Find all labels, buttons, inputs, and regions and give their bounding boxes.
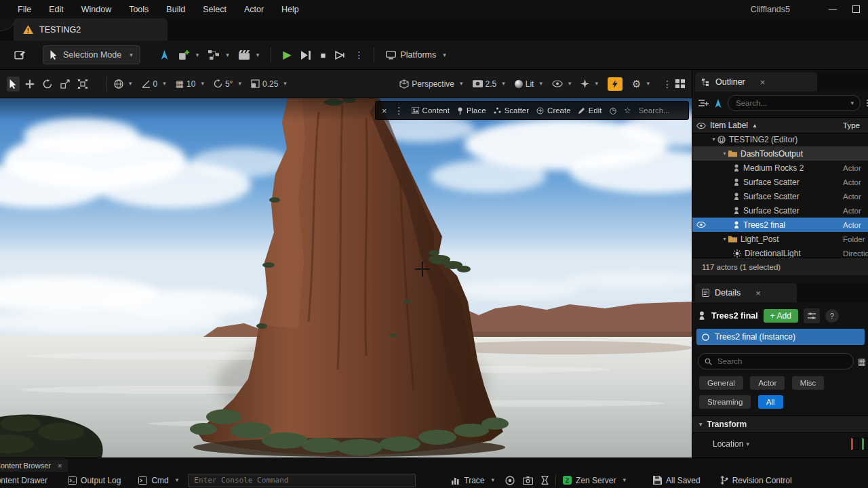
viewport-3d-scene[interactable] [0,98,692,458]
show-flags-dropdown[interactable]: ▾ [552,80,572,87]
minimize-button[interactable]: — [821,5,844,14]
filter-general[interactable]: General [699,376,743,390]
outliner-row-actor[interactable]: Surface Scatter Actor [692,203,868,218]
realtime-toggle[interactable] [608,77,623,91]
maximize-button[interactable] [852,5,860,13]
overlay-dots[interactable]: ⋮ [395,106,404,115]
menu-edit[interactable]: Edit [49,5,64,14]
overlay-scatter-button[interactable]: Scatter [494,106,529,115]
play-button[interactable]: ▶ [278,46,296,64]
stop-button[interactable]: ■ [316,47,331,63]
camera-speed-control[interactable]: 2.5 ▾ [473,79,505,89]
outliner-row-folder[interactable]: ▾ Light_Post Folder [692,232,868,246]
launch-button[interactable] [330,47,351,63]
transform-section-header[interactable]: ▾ Transform [692,415,868,433]
close-icon[interactable]: × [58,462,62,470]
nodes-button[interactable]: ▾ [203,47,234,63]
cmd-dropdown[interactable]: Cmd ▾ [138,476,178,485]
menu-help[interactable]: Help [281,5,299,14]
close-icon[interactable]: × [760,77,766,87]
pivot-tool[interactable] [75,77,90,92]
package-edit-icon[interactable] [9,46,31,64]
rotation-snap-toggle[interactable]: 5° ▾ [214,79,241,89]
overlay-place-button[interactable]: Place [457,106,486,115]
details-search-input[interactable] [716,357,847,366]
select-tool[interactable] [7,77,20,92]
play-options-dots[interactable]: ⋮ [351,50,367,60]
menu-tools[interactable]: Tools [129,5,149,14]
details-search[interactable] [698,353,854,369]
menu-window[interactable]: Window [81,5,111,14]
add-component-button[interactable]: + Add [764,309,798,323]
console-command-input[interactable] [188,474,416,487]
content-drawer-button[interactable]: Content Drawer [0,476,47,485]
help-button[interactable]: ? [825,309,839,323]
revision-control-button[interactable]: Revision Control [721,476,792,485]
quad-view-toggle[interactable] [675,79,685,88]
blueprints-button[interactable] [155,47,174,63]
column-type-label[interactable]: Type [843,121,860,129]
tab-level-testing2[interactable]: TESTING2 [14,18,167,41]
menu-select[interactable]: Select [203,5,226,14]
expander-icon[interactable]: ▾ [710,136,717,142]
outliner-row-actor[interactable]: Surface Scatter Actor [692,189,868,203]
overlay-content-button[interactable]: Content [412,106,450,115]
eye-icon[interactable] [692,222,710,228]
location-dropdown[interactable]: ▾ [746,441,749,447]
tab-outliner[interactable]: Outliner × [695,73,817,92]
screenshot-button[interactable] [523,476,533,485]
filter-actor[interactable]: Actor [750,376,785,390]
filter-all[interactable]: All [758,395,783,409]
history-clock-icon[interactable]: ◷ [609,106,616,115]
outliner-type-icon[interactable] [714,99,722,108]
cinematics-button[interactable]: ▾ [234,47,264,63]
coordinate-space-toggle[interactable]: ▾ [114,79,132,89]
instance-row[interactable]: Trees2 final (Instance) [696,329,865,345]
menu-file[interactable]: File [18,5,31,14]
expander-icon[interactable]: ▾ [721,150,728,157]
insights-button[interactable] [505,476,515,485]
outliner-row-world[interactable]: ▾ TESTING2 (Editor) [692,132,868,146]
location-x-field[interactable] [851,438,859,450]
outliner-filter-icon[interactable] [698,98,709,108]
rotate-tool[interactable] [40,77,55,92]
view-mode-dropdown[interactable]: Lit ▾ [515,79,542,89]
background-tasks-button[interactable] [541,476,549,485]
column-item-label[interactable]: Item Label [710,121,748,130]
tab-content-browser[interactable]: Content Browser × [0,460,68,472]
overlay-edit-button[interactable]: Edit [578,106,602,115]
trace-dropdown[interactable]: Trace ▾ [451,476,494,485]
selection-mode-dropdown[interactable]: Selection Mode ▾ [43,45,140,64]
overlay-close-button[interactable]: × [382,106,387,115]
output-log-button[interactable]: Output Log [68,476,121,485]
favorites-star-icon[interactable]: ☆ [624,106,631,115]
outliner-search[interactable]: ▾ [728,95,861,111]
scale-tool[interactable] [58,77,73,92]
details-grid-icon[interactable]: ▦ [858,357,866,367]
surface-snap-toggle[interactable]: 0 ▾ [142,79,166,89]
scale-snap-toggle[interactable]: 0.25 ▾ [251,79,287,89]
outliner-row-actor[interactable]: Medium Rocks 2 Actor [692,161,868,175]
outliner-row-selected[interactable]: Trees2 final Actor [692,218,868,232]
zen-server-dropdown[interactable]: Z Zen Server ▾ [563,476,626,485]
grid-snap-toggle[interactable]: ▦ 10 ▾ [176,79,204,89]
expander-icon[interactable]: ▾ [721,236,728,242]
viewport-settings[interactable]: ⚙ ▾ [632,79,650,89]
view-perspective-dropdown[interactable]: Perspective ▾ [399,79,462,89]
menu-actor[interactable]: Actor [244,5,264,14]
location-y-field[interactable] [862,438,868,450]
effects-dropdown[interactable]: ▾ [580,79,598,88]
frame-skip-button[interactable] [296,47,316,63]
tab-details[interactable]: Details × [695,283,797,302]
add-content-button[interactable]: ▾ [174,47,204,64]
overlay-create-button[interactable]: Create [536,106,571,115]
overlay-search[interactable]: Search... [639,106,670,115]
filter-streaming[interactable]: Streaming [699,395,751,409]
viewport-options-dots[interactable]: ⋮ [659,79,675,89]
outliner-row-folder[interactable]: ▾ DashToolsOutput [692,146,868,161]
menu-build[interactable]: Build [166,5,185,14]
platforms-dropdown[interactable]: Platforms ▾ [381,47,450,63]
filter-misc[interactable]: Misc [792,376,825,390]
close-icon[interactable]: × [755,288,761,298]
outliner-row-actor[interactable]: Surface Scatter Actor [692,175,868,189]
